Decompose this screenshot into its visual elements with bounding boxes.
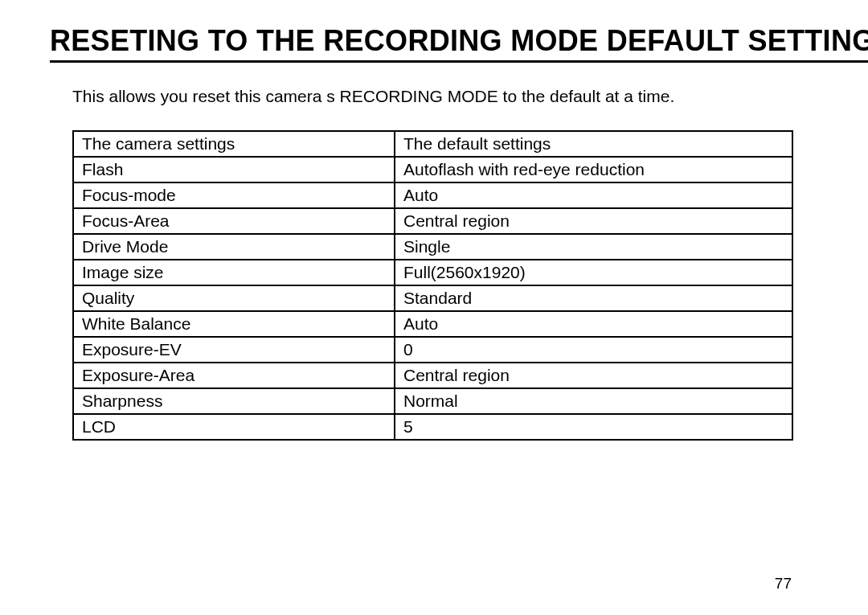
intro-text: This allows you reset this camera s RECO… — [72, 87, 868, 106]
setting-name: Drive Mode — [73, 234, 395, 260]
header-camera-settings: The camera settings — [73, 131, 395, 157]
setting-default: 0 — [395, 337, 792, 363]
setting-name: LCD — [73, 414, 395, 440]
setting-default: Central region — [395, 363, 792, 388]
setting-name: Sharpness — [73, 388, 395, 414]
setting-name: Image size — [73, 260, 395, 285]
table-row: LCD5 — [73, 414, 792, 440]
setting-default: Central region — [395, 208, 792, 234]
setting-name: White Balance — [73, 311, 395, 337]
table-row: Focus-modeAuto — [73, 182, 792, 208]
setting-default: Full(2560x1920) — [395, 260, 792, 285]
setting-name: Focus-mode — [73, 182, 395, 208]
setting-name: Focus-Area — [73, 208, 395, 234]
settings-table: The camera settings The default settings… — [72, 130, 793, 441]
page-number: 77 — [775, 575, 792, 592]
setting-default: Auto — [395, 311, 792, 337]
header-default-settings: The default settings — [395, 131, 792, 157]
setting-default: Normal — [395, 388, 792, 414]
table-row: FlashAutoflash with red-eye reduction — [73, 157, 792, 182]
table-row: Drive ModeSingle — [73, 234, 792, 260]
setting-default: 5 — [395, 414, 792, 440]
table-row: Exposure-AreaCentral region — [73, 363, 792, 388]
setting-name: Exposure-EV — [73, 337, 395, 363]
page-title: RESETING TO THE RECORDING MODE DEFAULT S… — [50, 24, 868, 63]
setting-default: Auto — [395, 182, 792, 208]
setting-default: Autoflash with red-eye reduction — [395, 157, 792, 182]
setting-default: Single — [395, 234, 792, 260]
setting-name: Exposure-Area — [73, 363, 395, 388]
table-row: SharpnessNormal — [73, 388, 792, 414]
setting-name: Flash — [73, 157, 395, 182]
table-row: Exposure-EV0 — [73, 337, 792, 363]
table-row: Image sizeFull(2560x1920) — [73, 260, 792, 285]
table-row: Focus-AreaCentral region — [73, 208, 792, 234]
setting-default: Standard — [395, 285, 792, 311]
table-row: White BalanceAuto — [73, 311, 792, 337]
setting-name: Quality — [73, 285, 395, 311]
table-header-row: The camera settings The default settings — [73, 131, 792, 157]
table-row: QualityStandard — [73, 285, 792, 311]
manual-page: RESETING TO THE RECORDING MODE DEFAULT S… — [0, 0, 868, 615]
